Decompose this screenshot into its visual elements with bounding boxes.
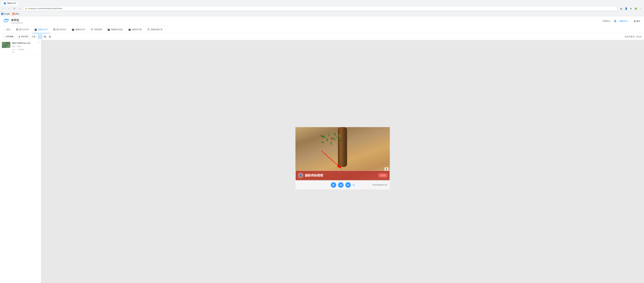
video-add-icon: 🎬 bbox=[72, 28, 74, 31]
ai-auto-label: AI自动 bbox=[636, 35, 642, 38]
extensions-button[interactable]: ⛰ bbox=[619, 6, 623, 11]
home-button[interactable]: ⌂ bbox=[18, 6, 22, 11]
star-button[interactable]: ★ bbox=[629, 6, 633, 11]
nav-item-video-add[interactable]: 🎬 视频加水印 bbox=[70, 26, 87, 33]
logo: 水印云 让素材处理更简单 bbox=[4, 18, 23, 24]
convert-icon: 🎬 bbox=[108, 28, 110, 31]
selection-tool-button[interactable] bbox=[38, 34, 42, 39]
play-icon bbox=[332, 184, 334, 186]
plus-icon: + bbox=[4, 36, 6, 38]
logout-button[interactable]: ⏻ 退出 bbox=[634, 20, 640, 22]
nav-item-image-add[interactable]: 🖼 图片加水印 bbox=[51, 26, 68, 33]
video-background: 👤 摄影师徐橙橙 小红书 🗑 bbox=[296, 127, 390, 180]
nav-item-subtitle[interactable]: 🎬 视频加字幕 bbox=[126, 26, 144, 33]
leaf bbox=[340, 139, 342, 142]
zoom-out-icon bbox=[48, 35, 51, 38]
bookmark-google-label: Google bbox=[4, 13, 10, 15]
audio-icon: 🎵 bbox=[147, 28, 150, 31]
file-thumbnail bbox=[2, 42, 10, 48]
clear-list-label: 清空列表 bbox=[21, 35, 28, 38]
selection-tool-icon bbox=[39, 35, 42, 38]
svg-marker-16 bbox=[348, 184, 349, 186]
address-bar[interactable]: 🔒 shuiyinyun.com/tools/#/editor/inpaintV… bbox=[23, 6, 618, 11]
wm-text: 摄影师徐橙橙 bbox=[305, 174, 323, 178]
browser-tab[interactable]: 视频去水印 bbox=[1, 1, 19, 6]
clear-list-button[interactable]: 🗑 清空列表 bbox=[16, 34, 30, 39]
leaf bbox=[333, 138, 335, 140]
svg-marker-15 bbox=[347, 184, 348, 186]
bookmark-google[interactable]: G Google bbox=[1, 13, 10, 15]
zoom-in-button[interactable] bbox=[43, 34, 47, 39]
file-size: 大小： 12.89MB bbox=[12, 48, 39, 51]
progress-indicator[interactable] bbox=[353, 184, 354, 186]
reload-button[interactable]: ↻ bbox=[12, 6, 16, 11]
menu-button[interactable]: ⋮ bbox=[638, 6, 643, 11]
add-video-button[interactable]: + 添加视频 bbox=[2, 34, 15, 39]
main-content: 视频片段素材mp4.mp4 格式： MP4 大小： 12.89MB 0% × bbox=[0, 40, 644, 283]
size-label: 大小： bbox=[12, 48, 17, 50]
rewind-button[interactable] bbox=[338, 182, 344, 188]
fast-forward-button[interactable] bbox=[345, 182, 351, 188]
header-user[interactable]: 👤 一桶爆米花 bbox=[614, 20, 628, 23]
trash-icon-box[interactable]: 🗑 bbox=[385, 168, 388, 170]
tree-leaves bbox=[319, 132, 345, 163]
nav-item-audio[interactable]: 🎵 视频音频分离 bbox=[145, 26, 165, 33]
trash-small-icon: 🗑 bbox=[18, 36, 20, 38]
zoom-out-button[interactable] bbox=[48, 34, 52, 39]
bookmark-office[interactable]: 📄 office bbox=[12, 13, 19, 15]
file-progress: 0% bbox=[12, 51, 39, 53]
tab-bar: 视频去水印 bbox=[0, 0, 644, 6]
video-wrapper: 👤 摄影师徐橙橙 小红书 🗑 bbox=[296, 127, 390, 199]
video-area: 👤 摄影师徐橙橙 小红书 🗑 bbox=[41, 40, 644, 283]
nav-item-image-remove[interactable]: 🖼 图片去水印 bbox=[14, 26, 31, 33]
add-video-label: 添加视频 bbox=[6, 35, 14, 38]
image-add-icon: 🖼 bbox=[53, 28, 56, 31]
office-icon: 📄 bbox=[12, 13, 14, 15]
bookmarks-bar: G Google 📄 office bbox=[0, 12, 644, 16]
tools-label: 工具： bbox=[32, 35, 38, 38]
user-name: 一桶爆米花 bbox=[618, 20, 628, 22]
play-button[interactable] bbox=[331, 182, 336, 188]
leaf bbox=[331, 137, 333, 140]
nav-item-convert[interactable]: 🎬 视频格式转换 bbox=[105, 26, 125, 33]
player-controls: 00:00:00/00:01:54 bbox=[296, 180, 390, 190]
format-label: 格式： bbox=[12, 46, 17, 47]
nav-item-cutout[interactable]: ✂️ 智能抠图 bbox=[88, 26, 104, 33]
nav-back-label: 返回 bbox=[6, 28, 10, 31]
profile-button[interactable]: 👤 bbox=[624, 6, 628, 11]
svg-line-8 bbox=[50, 37, 51, 38]
browser-chrome: 视频去水印 ← → ↻ ⌂ 🔒 shuiyinyun.com/tools/#/e… bbox=[0, 0, 644, 16]
svg-marker-14 bbox=[340, 184, 341, 186]
logo-text: 水印云 让素材处理更简单 bbox=[11, 18, 23, 24]
puzzle-button[interactable]: 🧩 bbox=[634, 6, 638, 11]
bookmark-office-label: office bbox=[15, 13, 19, 15]
nav-item-video-remove[interactable]: 🎬 视频去水印 bbox=[32, 26, 50, 33]
svg-rect-2 bbox=[39, 36, 41, 38]
back-arrow-icon: ← bbox=[4, 28, 6, 31]
watermark-bar: 👤 摄影师徐橙橙 小红书 bbox=[296, 170, 390, 180]
avatar-icon: 👤 bbox=[614, 20, 616, 22]
power-icon: ⏻ bbox=[634, 20, 636, 22]
product-center-link[interactable]: 产品中心 bbox=[602, 20, 610, 22]
sidebar: 视频片段素材mp4.mp4 格式： MP4 大小： 12.89MB 0% × bbox=[0, 40, 41, 283]
rewind-icon bbox=[340, 184, 342, 186]
wm-avatar: 👤 bbox=[298, 173, 303, 178]
video-remove-icon: 🎬 bbox=[34, 28, 37, 31]
leaf bbox=[326, 138, 328, 141]
file-close-button[interactable]: × bbox=[38, 41, 40, 44]
time-display: 00:00:00/00:01:54 bbox=[372, 184, 387, 186]
leaf bbox=[330, 142, 332, 145]
nav-item-image-add-label: 图片加水印 bbox=[56, 28, 66, 31]
leaf bbox=[335, 136, 338, 139]
back-button[interactable]: ← bbox=[1, 6, 6, 11]
forward-button[interactable]: → bbox=[7, 6, 11, 11]
nav-item-audio-label: 视频音频分离 bbox=[151, 28, 162, 31]
user-avatar: 👤 bbox=[614, 20, 617, 23]
address-bar-url: shuiyinyun.com/tools/#/editor/inpaintVid… bbox=[28, 8, 62, 10]
cutout-icon: ✂️ bbox=[90, 28, 93, 31]
nav-back-button[interactable]: ← 返回 bbox=[4, 28, 10, 31]
leaf bbox=[338, 134, 341, 138]
nav-item-subtitle-label: 视频加字幕 bbox=[132, 28, 142, 31]
add-mask-button[interactable]: 添加马赛克 bbox=[625, 35, 634, 38]
tab-title: 视频去水印 bbox=[7, 2, 16, 4]
